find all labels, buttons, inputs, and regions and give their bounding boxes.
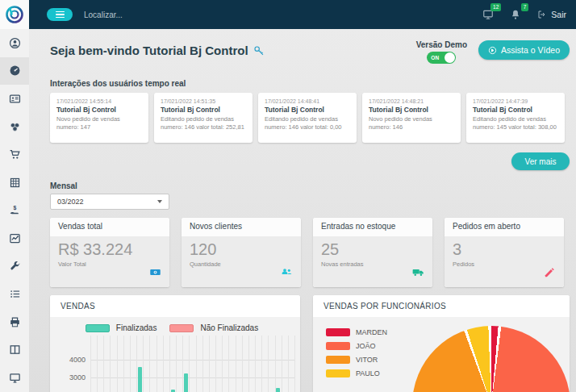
gridline [110,336,111,392]
top-navigation-bar: 12 7 Sair [29,0,576,29]
gridline [169,336,170,392]
demo-toggle[interactable]: ON [427,52,456,64]
gridline [163,336,164,392]
logout-button[interactable]: Sair [537,10,566,19]
sidebar-item-coins[interactable] [0,113,29,141]
stat-card-open-orders[interactable]: Pedidos em aberto 3 Pedidos [445,218,564,287]
y-axis-tick: 4000 [58,356,86,364]
gridline [97,336,98,392]
interaction-card[interactable]: 17/021/2022 14:47:39 Tutorial Bj Control… [466,93,565,143]
demo-version-label: Versão Demo [416,40,467,49]
sidebar-item-wrench[interactable] [0,252,29,281]
stat-value: 25 [321,240,424,259]
stat-sub-label: Novas entradas [321,261,424,268]
bar-chart-legend[interactable]: Finalizadas Não Finalizadas [50,317,300,332]
gridline [261,336,262,392]
app-logo[interactable] [0,0,29,29]
gridline [90,360,294,361]
users-icon [281,266,293,281]
play-icon [488,46,497,55]
page-title: Seja bem-vindo Tutorial Bj Control [50,44,265,57]
sidebar-item-columns[interactable] [0,336,29,365]
key-icon[interactable] [253,45,265,56]
dashboard-page: 12 7 Sair [0,0,576,392]
watch-video-label: Assista o Vídeo [501,45,560,55]
interaction-timestamp: 17/021/2022 14:51:35 [161,98,246,104]
money-bill-icon [149,266,161,281]
legend-row: MARDEN [326,325,387,339]
legend-swatch [326,342,350,350]
gridline [202,336,203,392]
stat-title: Vendas total [50,218,169,236]
legend-label: VITOR [356,356,378,364]
month-select[interactable]: 03/2022 [50,194,169,210]
gridline [215,336,216,392]
sidebar-item-user[interactable] [0,29,29,57]
logout-label: Sair [551,10,566,19]
interaction-user: Tutorial Bj Control [473,106,558,114]
messages-icon[interactable]: 12 [482,9,494,20]
gridline [136,336,137,392]
sidebar-item-checklist[interactable] [0,280,29,308]
menu-toggle-button[interactable] [47,8,73,21]
interaction-user: Tutorial Bj Control [161,106,246,114]
gridline [196,336,197,392]
legend-swatch [326,328,350,336]
stat-title: Pedidos em aberto [445,218,564,236]
legend-swatch [326,356,350,364]
gridline [294,336,295,392]
gridline [236,336,236,392]
interaction-text: Novo pedido de vendas numero: 146 [369,115,454,131]
stat-value: R$ 33.224 [58,240,161,259]
notifications-bell-icon[interactable]: 7 [510,9,521,20]
interaction-card[interactable]: 17/021/2022 14:51:35 Tutorial Bj Control… [154,93,253,143]
gridline [103,336,104,392]
pie-chart-title: VENDAS POR FUNCIONÁRIOS [313,295,570,317]
gridline [130,336,131,392]
bar-finalizadas[interactable] [138,367,142,392]
sidebar-item-printer[interactable] [0,308,29,336]
welcome-text: Seja bem-vindo Tutorial Bj Control [50,44,248,57]
interaction-user: Tutorial Bj Control [56,106,142,114]
bar-finalizadas[interactable] [276,388,280,392]
legend-row: VITOR [326,352,387,366]
sidebar-item-hand-dollar[interactable]: $ [0,197,29,225]
bar-finalizadas[interactable] [184,373,188,392]
interaction-timestamp: 17/021/2022 14:47:39 [473,98,558,104]
messages-badge: 12 [490,3,501,11]
gridline [90,336,91,392]
interaction-card[interactable]: 17/021/2022 14:55:14 Tutorial Bj Control… [50,93,148,143]
stat-sub-label: Quantidade [190,261,293,268]
gridline [143,336,144,392]
gridline [242,336,243,392]
charts-row: VENDAS Finalizadas Não Finalizadas 40003… [50,295,570,392]
stat-title: Novos clientes [182,218,301,236]
search-input[interactable] [84,10,205,19]
pencil-icon [544,266,556,281]
watch-video-button[interactable]: Assista o Vídeo [478,40,570,60]
gridline [282,336,282,392]
sidebar-item-line-chart[interactable] [0,224,29,252]
sidebar-item-cart[interactable] [0,140,29,169]
notifications-badge: 7 [521,3,529,11]
pie-chart-legend[interactable]: MARDEN JOÃO VITOR PAULO [326,325,387,380]
sidebar-item-monitor[interactable] [0,364,29,392]
interaction-text: Editando pedido de vendas numero: 146 va… [265,115,350,131]
see-more-button[interactable]: Ver mais [511,152,570,170]
sidebar-item-ledger[interactable] [0,169,29,197]
interaction-card[interactable]: 17/021/2022 14:48:41 Tutorial Bj Control… [258,93,357,143]
stat-sub-label: Valor Total [58,261,161,268]
stat-card-stock-entries[interactable]: Entradas no estoque 25 Novas entradas [313,218,432,287]
stat-card-new-clients[interactable]: Novos clientes 120 Quantidade [182,218,301,287]
chevron-down-icon [157,200,162,203]
sidebar-item-id-card[interactable] [0,85,29,113]
gridline [123,336,124,392]
sidebar-item-dashboard[interactable] [0,57,29,85]
interaction-card[interactable]: 17/021/2022 14:48:21 Tutorial Bj Control… [362,93,461,143]
employees-pie-chart[interactable] [412,326,570,392]
gridline [117,336,118,392]
bj-control-logo-icon [5,5,24,24]
legend-swatch-finalizadas [86,324,110,332]
stat-sub-label: Pedidos [453,261,556,268]
stat-card-total-sales[interactable]: Vendas total R$ 33.224 Valor Total [50,218,169,287]
